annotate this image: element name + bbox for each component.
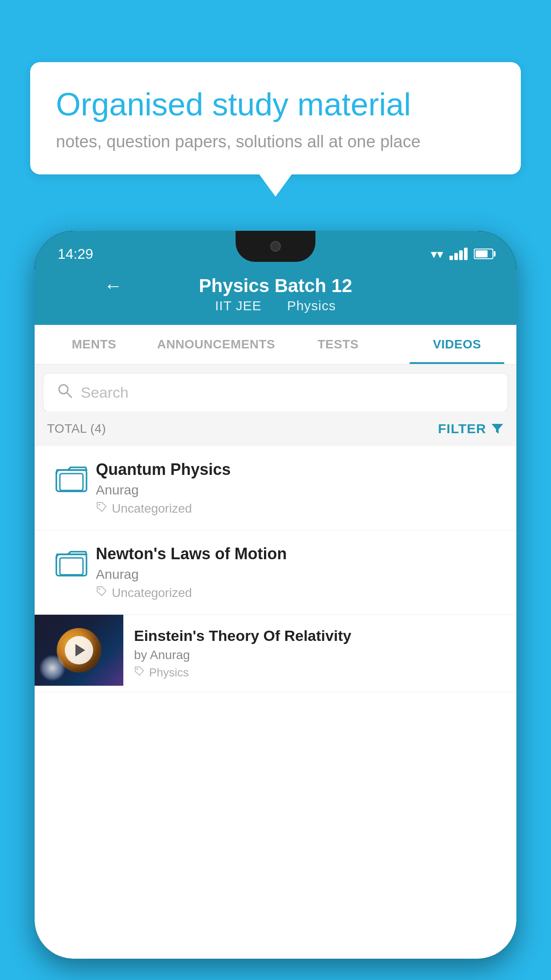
status-bar: 14:29 ▾▾ xyxy=(58,241,493,267)
bubble-subtitle: notes, question papers, solutions all at… xyxy=(56,132,495,151)
svg-point-8 xyxy=(98,588,100,590)
total-label: TOTAL (4) xyxy=(47,422,106,436)
content-area: Search TOTAL (4) FILTER xyxy=(35,365,516,959)
filter-button[interactable]: FILTER xyxy=(438,421,504,436)
item-tag: Physics xyxy=(134,666,506,680)
tag-icon xyxy=(96,585,107,600)
item-details: Newton's Laws of Motion Anurag Uncategor… xyxy=(96,545,504,600)
item-details: Quantum Physics Anurag Uncategorized xyxy=(96,460,504,516)
item-icon xyxy=(47,545,96,576)
bubble-title: Organised study material xyxy=(56,85,495,123)
battery-icon xyxy=(474,249,493,259)
search-bar[interactable]: Search xyxy=(43,374,508,411)
phone-frame: 14:29 ▾▾ xyxy=(35,231,516,959)
filter-funnel-icon xyxy=(491,422,504,435)
item-tag: Uncategorized xyxy=(96,585,504,600)
speech-bubble-section: Organised study material notes, question… xyxy=(30,62,521,197)
svg-rect-7 xyxy=(60,558,83,575)
svg-point-9 xyxy=(137,668,138,670)
svg-marker-2 xyxy=(492,424,503,434)
list-item[interactable]: Newton's Laws of Motion Anurag Uncategor… xyxy=(35,530,516,615)
search-icon xyxy=(57,383,73,403)
header-inner: ← Physics Batch 12 xyxy=(81,275,470,296)
notch xyxy=(236,231,315,262)
item-author: Anurag xyxy=(96,482,504,498)
item-title: Newton's Laws of Motion xyxy=(96,545,504,563)
phone-top-bar: 14:29 ▾▾ xyxy=(35,231,516,325)
folder-icon xyxy=(55,546,87,576)
filter-bar: TOTAL (4) FILTER xyxy=(35,411,516,446)
tag-label: Uncategorized xyxy=(112,502,192,516)
list-item[interactable]: Quantum Physics Anurag Uncategorized xyxy=(35,446,516,530)
tag-icon xyxy=(96,501,107,516)
item-author: Anurag xyxy=(96,567,504,582)
tab-announcements[interactable]: ANNOUNCEMENTS xyxy=(153,325,279,364)
speech-bubble: Organised study material notes, question… xyxy=(30,62,521,174)
status-icons: ▾▾ xyxy=(431,247,493,261)
tab-videos[interactable]: VIDEOS xyxy=(398,325,516,364)
item-title: Einstein's Theory Of Relativity xyxy=(134,627,506,644)
item-author: by Anurag xyxy=(134,648,506,662)
item-tag: Uncategorized xyxy=(96,501,504,516)
play-icon xyxy=(75,644,85,656)
header-title: Physics Batch 12 xyxy=(199,275,352,296)
svg-rect-4 xyxy=(60,474,83,490)
video-thumbnail xyxy=(35,615,123,686)
tag-label: Uncategorized xyxy=(112,586,192,600)
glow-visual xyxy=(39,655,66,681)
phone-screen: 14:29 ▾▾ xyxy=(35,231,516,959)
subtitle-part2: Physics xyxy=(287,298,336,313)
svg-point-5 xyxy=(98,504,100,506)
folder-icon xyxy=(55,462,87,491)
tag-icon xyxy=(134,666,145,680)
play-button[interactable] xyxy=(65,636,93,664)
back-button[interactable]: ← xyxy=(104,275,122,296)
search-placeholder: Search xyxy=(81,384,129,401)
signal-bars xyxy=(449,248,468,260)
header-subtitle: IIT JEE Physics xyxy=(81,298,470,313)
tab-tests[interactable]: TESTS xyxy=(279,325,398,364)
list-item[interactable]: Einstein's Theory Of Relativity by Anura… xyxy=(35,615,516,692)
filter-label: FILTER xyxy=(438,421,486,436)
tag-label: Physics xyxy=(149,666,189,680)
app-header: ← Physics Batch 12 IIT JEE Physics xyxy=(58,267,493,325)
bubble-tail xyxy=(259,174,292,197)
svg-line-1 xyxy=(67,393,71,397)
tab-ments[interactable]: MENTS xyxy=(35,325,153,364)
status-time: 14:29 xyxy=(58,246,93,262)
subtitle-part1: IIT JEE xyxy=(215,298,262,313)
item-icon xyxy=(47,460,96,491)
video-list: Quantum Physics Anurag Uncategorized xyxy=(35,446,516,959)
tabs-bar: MENTS ANNOUNCEMENTS TESTS VIDEOS xyxy=(35,325,516,365)
wifi-icon: ▾▾ xyxy=(431,247,443,261)
camera-dot xyxy=(270,241,281,252)
item-details: Einstein's Theory Of Relativity by Anura… xyxy=(123,615,516,692)
item-title: Quantum Physics xyxy=(96,460,504,479)
